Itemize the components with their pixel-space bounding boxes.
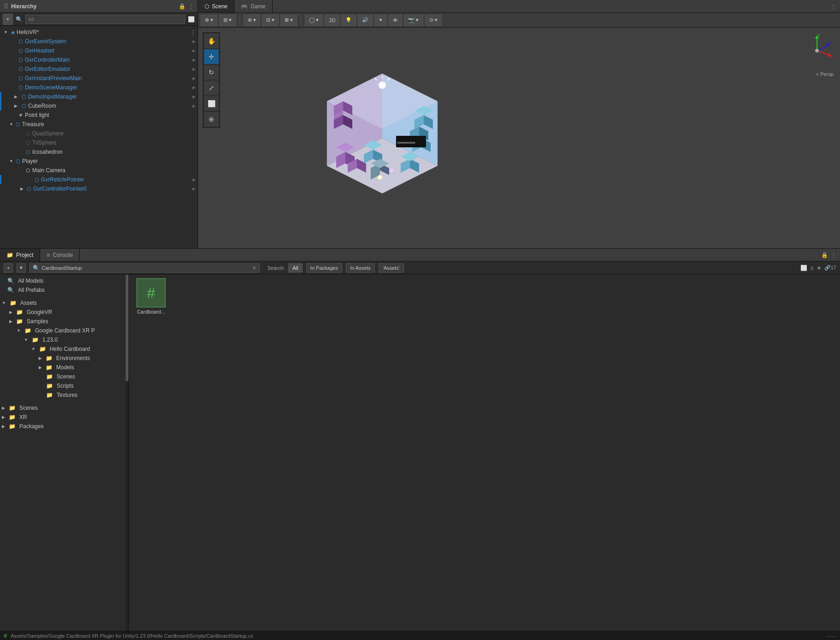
tree-item-Treasure[interactable]: ⬡ Treasure	[0, 120, 198, 129]
scene-tool-grid[interactable]: ⊞ ▾	[219, 15, 236, 26]
tab-scene[interactable]: ⬡ Scene	[198, 0, 234, 12]
sidebar-item-scenes-root[interactable]: 📁 Scenes	[0, 403, 128, 413]
tab-project[interactable]: 📁 Project	[0, 249, 40, 261]
sidebar-item-environments[interactable]: 📁 Environments	[0, 354, 128, 363]
tree-item-QuadSphere[interactable]: ⬡ QuadSphere	[0, 129, 198, 138]
sidebar-item-google-xr[interactable]: 📁 Google Cardboard XR P	[0, 326, 128, 335]
sidebar-item-samples[interactable]: 📁 Samples	[0, 317, 128, 326]
star-icon[interactable]: ★	[817, 265, 822, 271]
sidebar-item-scenes[interactable]: 📁 Scenes	[0, 372, 128, 381]
root-menu-icon[interactable]: ⋮	[190, 29, 196, 35]
scene-tabs: ⬡ Scene 🎮 Game ⋮	[198, 0, 840, 13]
scene-shading-btn[interactable]: ◯ ▾	[305, 15, 323, 26]
packages-label: Packages	[19, 423, 44, 430]
scene-cam-btn[interactable]: 📷 ▾	[404, 15, 423, 26]
tab-game[interactable]: 🎮 Game	[234, 0, 273, 12]
gizmo-transform[interactable]: ⊕	[204, 112, 219, 127]
camera-icon: ⬡	[26, 168, 30, 174]
arrow-right-1: ▶	[192, 39, 196, 44]
asset-grid: # Cardboard...	[129, 274, 840, 631]
cube-icon-Player: ⬡	[16, 158, 20, 164]
asset-item-cardboard[interactable]: # Cardboard...	[133, 278, 169, 314]
scenes-root-folder-icon: 📁	[9, 405, 16, 411]
tab-console[interactable]: ≡ Console	[40, 249, 80, 261]
tree-item-DemoInputManager[interactable]: ⬡ DemoInputManager ▶	[0, 92, 198, 101]
tree-item-DemoSceneManager[interactable]: ⬡ DemoSceneManager ▶	[0, 83, 198, 92]
gizmo-rect[interactable]: ⬜	[204, 96, 219, 111]
scene-lighting-btn[interactable]: 💡	[341, 15, 356, 26]
tree-item-GvrEditorEmulator[interactable]: ⬡ GvrEditorEmulator ▶	[0, 64, 198, 74]
hierarchy-menu-icon[interactable]: ⋮	[188, 3, 194, 10]
label-DemoInputManager: DemoInputManager	[28, 93, 77, 100]
search-clear-icon[interactable]: ✕	[252, 265, 257, 271]
scene-2d-btn[interactable]: 2D	[325, 15, 339, 26]
bottom-more-icon[interactable]: ⋮	[831, 252, 836, 258]
sidebar-item-googlevr[interactable]: 📁 GoogleVR	[0, 308, 128, 317]
gizmo-compass: y x z	[799, 32, 835, 69]
project-search-input[interactable]	[41, 265, 252, 271]
scene-tool-pivot[interactable]: ⊟ ▾	[262, 15, 279, 26]
project-action-btn[interactable]: ▾	[17, 263, 26, 273]
sidebar-item-assets[interactable]: 📁 Assets	[0, 298, 128, 308]
label-CubeRoom: CubeRoom	[28, 103, 56, 109]
xr-label: XR	[19, 414, 27, 420]
gizmo-move[interactable]: ✛	[204, 49, 219, 64]
gizmo-hand[interactable]: ✋	[204, 34, 219, 48]
sidebar-item-hello-cardboard[interactable]: 📁 Hello Cardboard	[0, 344, 128, 354]
sidebar-item-all-models[interactable]: 🔍 All Models	[0, 276, 128, 285]
scene-gizmo-btn[interactable]: ⊙ ▾	[425, 15, 442, 26]
googlevr-folder-icon: 📁	[16, 309, 23, 315]
tree-item-GvrEventSystem[interactable]: ⬡ GvrEventSystem ▶	[0, 37, 198, 46]
bottom-lock-icon[interactable]: 🔒	[821, 252, 828, 258]
tree-item-GvrControllerMain[interactable]: ⬡ GvrControllerMain ▶	[0, 55, 198, 64]
sidebar-item-all-prefabs[interactable]: 🔍 All Prefabs	[0, 285, 128, 295]
gizmo-scale[interactable]: ⤢	[204, 81, 219, 95]
tree-item-PointLight[interactable]: ☀ Point light	[0, 111, 198, 120]
scene-more-icon[interactable]: ⋮	[831, 3, 836, 10]
tree-item-MainCamera[interactable]: ⬡ Main Camera	[0, 166, 198, 175]
tree-item-Icosahedron[interactable]: ⬡ Icosahedron	[0, 147, 198, 157]
sidebar-item-scripts[interactable]: 📁 Scripts	[0, 381, 128, 390]
label-GvrHeadset: GvrHeadset	[25, 47, 54, 54]
tree-item-GvrInstantPreviewMain[interactable]: ⬡ GvrInstantPreviewMain ▶	[0, 74, 198, 83]
tree-item-root[interactable]: ◈ HelloVR* ⋮	[0, 28, 198, 37]
sidebar-item-1230[interactable]: 📁 1.23.0	[0, 335, 128, 344]
env-label: Environments	[56, 355, 90, 361]
sidebar-item-models[interactable]: 📁 Models	[0, 363, 128, 372]
tree-item-GvrReticlePointer[interactable]: ⬡ GvrReticlePointer ▶	[0, 175, 198, 184]
tree-item-GvrControllerPointer0[interactable]: ⬡ GvrControllerPointer0 ▶	[0, 184, 198, 193]
filter-assets[interactable]: In Assets	[346, 263, 375, 273]
scene-audio-btn[interactable]: 🔊	[358, 15, 373, 26]
scene-tool-move[interactable]: ⊕ ▾	[244, 15, 260, 26]
save-search-icon[interactable]: ⬜	[800, 265, 807, 271]
tree-item-GvrHeadset[interactable]: ⬡ GvrHeadset ▶	[0, 46, 198, 55]
filter-assets-folder[interactable]: 'Assets'	[379, 263, 404, 273]
arrow-right-controller: ▶	[192, 186, 196, 191]
project-add-btn[interactable]: +	[4, 263, 13, 273]
gizmo-rotate[interactable]: ↻	[204, 65, 219, 80]
scene-tool-snap[interactable]: ⊠ ▾	[280, 15, 297, 26]
scene-tool-rect[interactable]: ⊕ ▾	[201, 15, 217, 26]
sidebar-item-xr[interactable]: 📁 XR	[0, 413, 128, 422]
hierarchy-add-btn[interactable]: +	[3, 14, 13, 25]
sidebar-scrollbar[interactable]	[126, 274, 128, 631]
sidebar-item-textures[interactable]: 📁 Textures	[0, 390, 128, 400]
scene-effects-btn[interactable]: ✦	[374, 15, 387, 26]
hierarchy-search-input[interactable]	[25, 15, 185, 24]
tree-item-CubeRoom[interactable]: ⬡ CubeRoom ▶	[0, 101, 198, 111]
label-GvrControllerMain: GvrControllerMain	[25, 57, 70, 63]
tree-item-Player[interactable]: ⬡ Player	[0, 157, 198, 166]
filter-packages[interactable]: In Packages	[306, 263, 343, 273]
scene-viewport[interactable]: ✋ ✛ ↻ ⤢ ⬜ ⊕	[198, 28, 840, 248]
scene-visibility-btn[interactable]: 👁	[389, 15, 402, 26]
filter-all[interactable]: All	[288, 263, 302, 273]
models-arrow	[39, 365, 42, 370]
svg-line-42	[817, 51, 830, 55]
lock-icon[interactable]: 🔒	[179, 3, 186, 10]
svg-text:z: z	[830, 40, 832, 44]
hierarchy-expand-icon[interactable]: ⬜	[188, 16, 195, 23]
tree-item-TriSphere[interactable]: ⬡ TriSphere	[0, 138, 198, 147]
sidebar-item-packages[interactable]: 📁 Packages	[0, 422, 128, 431]
filter-icon[interactable]: ⧖	[810, 265, 814, 271]
sidebar-scroll-thumb[interactable]	[126, 274, 128, 381]
